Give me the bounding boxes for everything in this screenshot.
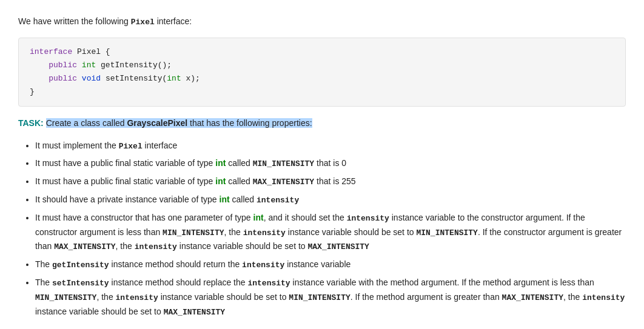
list-item-1: It must implement the Pixel interface [35,139,626,153]
intensity-ref-2: intensity [347,214,389,223]
kw-interface: interface [30,47,72,56]
getIntensity-ref: getIntensity [52,261,109,270]
max-intensity-ref-5: MAX_INTENSITY [164,308,225,317]
list-item-6: The getIntensity instance method should … [35,258,626,272]
kw-public-2: public [49,74,77,83]
min-intensity-ref-2: MIN_INTENSITY [163,228,224,238]
task-description: Create a class called GrayscalePixel tha… [46,118,312,128]
min-intensity-ref-5: MIN_INTENSITY [289,293,350,302]
int-ref-4: int [253,213,264,222]
list-item-7: The setIntensity instance method should … [35,276,626,319]
list-item-4: It should have a private instance variab… [35,193,626,207]
code-line-1: interface Pixel { [30,45,614,59]
pixel-ref-1: Pixel [119,142,143,151]
kw-void: void [82,74,101,83]
pixel-interface-name: Pixel [131,18,155,27]
method-getIntensity: getIntensity(); [101,61,172,70]
list-item-3: It must have a public final static varia… [35,174,626,189]
kw-int-2: int [167,74,181,83]
intensity-ref-5: intensity [242,261,284,270]
intro-paragraph: We have written the following Pixel inte… [18,15,626,29]
intensity-ref-4: intensity [135,242,177,251]
max-intensity-ref-4: MAX_INTENSITY [502,293,563,302]
method-setIntensity: setIntensity( [106,74,167,83]
code-indent-2 [30,74,49,83]
int-ref-3: int [220,194,230,204]
grayscalepixel-name: GrayscalePixel [127,118,187,128]
max-intensity-ref-3: MAX_INTENSITY [308,242,369,251]
kw-int-1: int [82,61,96,70]
min-intensity-ref-3: MIN_INTENSITY [416,228,477,238]
setIntensity-ref: setIntensity [52,279,109,288]
kw-public-1: public [49,61,77,70]
list-item-2: It must have a public final static varia… [35,156,626,171]
intensity-ref-8: intensity [582,293,625,302]
int-ref-2: int [215,176,226,186]
requirements-list: It must implement the Pixel interface It… [35,139,626,319]
code-line-4: } [30,85,614,99]
intensity-ref-1: intensity [257,196,299,205]
list-item-5: It must have a constructor that has one … [35,211,626,254]
task-line: TASK: Create a class called GrayscalePix… [18,116,626,130]
code-indent [30,61,49,70]
code-line-3: public void setIntensity(int x); [30,72,614,85]
int-ref-1: int [215,158,226,168]
param-x: x); [181,74,200,83]
kw-pixel: Pixel { [77,47,110,56]
min-intensity-ref: MIN_INTENSITY [253,159,314,168]
intensity-ref-3: intensity [243,228,286,238]
code-block: interface Pixel { public int getIntensit… [18,38,626,107]
code-line-2: public int getIntensity(); [30,59,614,72]
intensity-ref-6: intensity [247,279,290,288]
intensity-ref-7: intensity [116,293,158,302]
max-intensity-ref: MAX_INTENSITY [253,178,314,187]
task-label: TASK: [18,118,44,128]
max-intensity-ref-2: MAX_INTENSITY [54,242,115,251]
min-intensity-ref-4: MIN_INTENSITY [35,293,96,302]
